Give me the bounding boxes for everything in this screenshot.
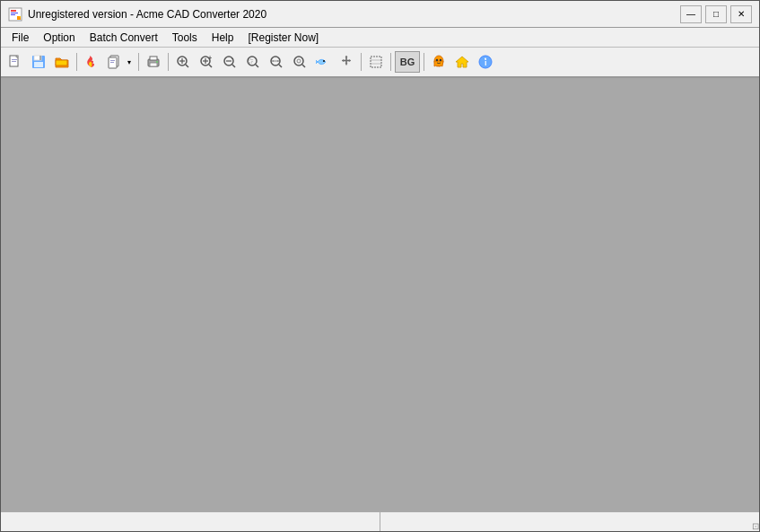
svg-point-47	[323, 60, 325, 62]
maximize-button[interactable]: □	[705, 5, 727, 23]
status-bar: ⊡	[1, 511, 759, 531]
svg-point-46	[297, 59, 301, 63]
zoom-width-button[interactable]	[266, 51, 287, 73]
svg-rect-2	[11, 13, 18, 13]
svg-rect-10	[12, 61, 16, 62]
save-button[interactable]	[28, 51, 49, 73]
svg-rect-9	[12, 59, 17, 60]
svg-line-37	[256, 65, 258, 67]
svg-point-53	[440, 59, 441, 61]
menu-item-register[interactable]: [Register Now]	[240, 28, 326, 47]
zoom-area-button[interactable]	[242, 51, 264, 73]
svg-rect-18	[110, 62, 114, 63]
separator-3	[168, 53, 169, 71]
svg-line-45	[302, 65, 305, 67]
zoom-fit-button[interactable]	[172, 51, 194, 73]
window-controls: — □ ✕	[680, 5, 752, 23]
menu-item-tools[interactable]: Tools	[165, 28, 205, 47]
close-button[interactable]: ✕	[730, 5, 752, 23]
svg-marker-43	[277, 60, 279, 62]
svg-marker-54	[456, 57, 468, 67]
menu-item-help[interactable]: Help	[205, 28, 241, 47]
svg-line-28	[209, 65, 212, 67]
ghost-button[interactable]	[428, 51, 450, 73]
svg-point-52	[436, 59, 438, 61]
open-folder-button[interactable]	[51, 51, 73, 73]
title-bar: Unregistered version - Acme CAD Converte…	[1, 1, 759, 28]
print2-button[interactable]	[143, 51, 164, 73]
menu-item-batch-convert[interactable]: Batch Convert	[83, 28, 165, 47]
menu-item-file[interactable]: File	[4, 28, 36, 47]
status-right	[380, 512, 756, 531]
resize-grip[interactable]: ⊡	[745, 517, 759, 531]
select-all-button[interactable]	[365, 51, 387, 73]
print-button[interactable]	[81, 51, 102, 73]
status-left	[4, 512, 380, 531]
menu-bar: File Option Batch Convert Tools Help [Re…	[1, 28, 759, 48]
separator-6	[424, 53, 424, 71]
separator-1	[76, 53, 77, 71]
svg-rect-13	[39, 56, 41, 60]
svg-line-24	[186, 65, 188, 67]
title-left: Unregistered version - Acme CAD Converte…	[8, 7, 266, 22]
title-text: Unregistered version - Acme CAD Converte…	[28, 8, 266, 21]
separator-2	[138, 53, 139, 71]
home-button[interactable]	[451, 51, 473, 73]
svg-rect-48	[371, 57, 381, 67]
svg-marker-42	[272, 60, 274, 62]
info-button[interactable]: i	[475, 51, 496, 73]
svg-point-44	[294, 57, 303, 65]
svg-point-22	[156, 61, 158, 63]
svg-rect-38	[249, 59, 252, 63]
svg-point-57	[485, 58, 486, 60]
zoom-out-button[interactable]: -	[219, 51, 240, 73]
separator-5	[390, 53, 391, 71]
pan-button[interactable]	[336, 51, 357, 73]
menu-item-option[interactable]: Option	[36, 28, 82, 47]
bg-button[interactable]: BG	[395, 51, 420, 73]
svg-rect-14	[34, 62, 43, 67]
svg-line-40	[279, 65, 282, 67]
svg-line-33	[232, 65, 235, 67]
zoom-dynamic-button[interactable]	[289, 51, 310, 73]
copy-dropdown-group: ▾	[104, 51, 135, 73]
toolbar: ▾	[1, 48, 759, 78]
zoom-prev-button[interactable]	[312, 51, 334, 73]
svg-rect-21	[150, 63, 157, 66]
copy-dropdown-arrow[interactable]: ▾	[124, 51, 135, 73]
app-icon	[8, 7, 22, 22]
separator-4	[361, 53, 362, 71]
zoom-in-button[interactable]: +	[196, 51, 217, 73]
minimize-button[interactable]: —	[680, 5, 702, 23]
main-window: Unregistered version - Acme CAD Converte…	[0, 0, 760, 532]
svg-rect-17	[110, 60, 115, 61]
content-area	[1, 78, 759, 531]
svg-rect-3	[11, 14, 15, 15]
new-button[interactable]	[4, 51, 26, 73]
svg-rect-20	[150, 57, 157, 60]
svg-text:i: i	[485, 58, 487, 67]
svg-text:+: +	[208, 55, 212, 61]
copy-button[interactable]	[104, 51, 124, 73]
svg-rect-1	[11, 10, 16, 12]
